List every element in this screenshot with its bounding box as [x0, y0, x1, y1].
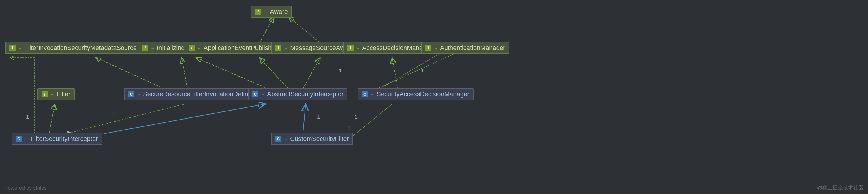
svg-line-13: [303, 58, 320, 89]
interface-icon: I: [347, 45, 353, 51]
svg-line-12: [259, 58, 288, 89]
edge-label-1: 1: [26, 114, 29, 120]
node-label: AuthenticationManager: [440, 44, 505, 52]
node-label: FilterSecurityInterceptor: [31, 135, 98, 143]
edge-label-3: 1: [339, 68, 342, 74]
node-label: FilterInvocationSecurityMetadataSource: [24, 44, 137, 52]
edge-label-6: 1: [317, 114, 320, 120]
node-label: Aware: [270, 8, 288, 16]
svg-line-8: [49, 104, 55, 134]
watermark-left: Powered by yFiles: [4, 185, 47, 191]
node-authentication-manager: I ↔ AuthenticationManager: [421, 42, 509, 54]
interface-icon: I: [255, 9, 261, 15]
svg-line-14: [196, 58, 268, 89]
interface-icon: I: [9, 45, 16, 51]
svg-line-6: [95, 57, 164, 89]
class-icon: C: [16, 136, 22, 142]
interface-icon: I: [189, 45, 195, 51]
node-label: CustomSecurityFilter: [290, 135, 349, 143]
sub-icon: ↔: [150, 45, 155, 51]
class-icon: C: [362, 91, 368, 97]
svg-line-15: [392, 58, 398, 89]
node-filter-security-interceptor: C ↔ FilterSecurityInterceptor: [11, 133, 102, 145]
node-label: Filter: [57, 90, 71, 98]
svg-line-9: [104, 104, 265, 134]
svg-line-4: [259, 17, 274, 43]
class-icon: C: [275, 136, 281, 142]
node-custom-security-filter: C ↔ CustomSecurityFilter: [271, 133, 353, 145]
sub-icon: ↔: [260, 91, 265, 97]
interface-icon: I: [142, 45, 148, 51]
node-filter: I ↔ Filter: [37, 88, 75, 100]
sub-icon: ↔: [263, 9, 268, 15]
sub-icon: ↔: [17, 45, 23, 51]
watermark-right: @稀土掘金技术社区: [817, 184, 864, 191]
node-label: SecurityAccessDecisionManager: [377, 90, 469, 98]
sub-icon: ↔: [355, 45, 361, 51]
sub-icon: ↔: [283, 45, 288, 51]
svg-line-5: [288, 17, 320, 43]
node-security-access-decision-manager: C ↔ SecurityAccessDecisionManager: [358, 88, 473, 100]
svg-line-18: [66, 104, 185, 134]
sub-icon: ↔: [197, 45, 202, 51]
sub-icon: ↔: [136, 91, 141, 97]
interface-icon: I: [41, 91, 48, 97]
edge-label-5: 1: [355, 114, 358, 120]
sub-icon: ↔: [283, 136, 288, 141]
sub-icon: ↔: [24, 136, 29, 141]
node-aware: I ↔ Aware: [251, 6, 292, 18]
interface-icon: I: [425, 45, 431, 51]
svg-line-10: [303, 104, 306, 134]
edge-label-7: 1: [347, 126, 350, 132]
edge-label-2: 1: [113, 113, 115, 119]
sub-icon: ↔: [433, 45, 438, 51]
sub-icon: ↔: [50, 91, 55, 97]
diagram-container: I ↔ Aware I ↔ FilterInvocationSecurityMe…: [0, 0, 868, 194]
node-abstract-security-interceptor: C ↔ AbstractSecurityInterceptor: [248, 88, 347, 100]
svg-line-17: [369, 51, 461, 92]
node-label: AbstractSecurityInterceptor: [267, 90, 343, 98]
node-filter-invocation-security: I ↔ FilterInvocationSecurityMetadataSour…: [5, 42, 141, 54]
class-icon: C: [128, 91, 134, 97]
svg-line-7: [182, 58, 187, 89]
edge-label-4: 1: [421, 68, 424, 74]
sub-icon: ↔: [370, 91, 375, 97]
class-icon: C: [252, 91, 258, 97]
interface-icon: I: [275, 45, 281, 51]
